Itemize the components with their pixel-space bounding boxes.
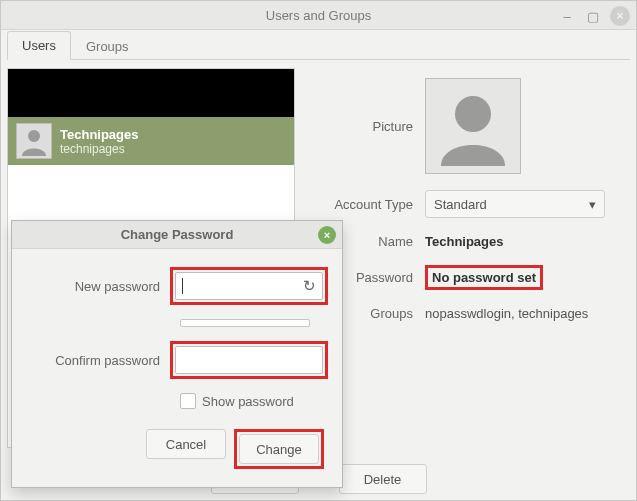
svg-point-1 [455,96,491,132]
maximize-button[interactable]: ▢ [584,7,602,25]
label-confirm-password: Confirm password [26,353,170,368]
list-item-selected[interactable]: Technipages technipages [8,117,294,165]
groups-value[interactable]: nopasswdlogin, technipages [425,306,588,321]
form-row-confirm-password: Confirm password [26,341,328,379]
dialog-close-button[interactable]: × [318,226,336,244]
text-cursor [182,278,183,294]
show-password-row: Show password [180,393,328,409]
form-row-new-password: New password ↻ [26,267,328,305]
cancel-button[interactable]: Cancel [146,429,226,459]
detail-row-groups: Groups nopasswdlogin, technipages [315,306,624,321]
account-type-value: Standard [434,197,487,212]
user-picture[interactable] [425,78,521,174]
dialog-title: Change Password [121,227,234,242]
annotation-highlight: No password set [425,265,543,290]
account-type-select[interactable]: Standard ▾ [425,190,605,218]
titlebar: Users and Groups – ▢ × [1,1,636,30]
label-show-password[interactable]: Show password [202,394,294,409]
detail-row-password: Password No password set [315,265,624,290]
change-button[interactable]: Change [239,434,319,464]
confirm-password-wrap [175,346,323,374]
list-item[interactable] [8,69,294,117]
annotation-highlight: ↻ [170,267,328,305]
label-new-password: New password [26,279,170,294]
new-password-wrap: ↻ [175,272,323,300]
tab-row: Users Groups [7,30,630,60]
new-password-input[interactable]: ↻ [175,272,323,300]
user-display-name: Technipages [60,127,139,142]
dialog-buttons: Cancel Change [26,429,328,469]
user-login-name: technipages [60,142,139,156]
tab-groups[interactable]: Groups [71,32,144,60]
label-picture: Picture [315,119,425,134]
show-password-checkbox[interactable] [180,393,196,409]
chevron-down-icon: ▾ [589,197,596,212]
annotation-highlight: Change [234,429,324,469]
password-strength-meter [180,319,310,327]
detail-panel: Picture Account Type Standard ▾ [309,68,630,448]
delete-button[interactable]: Delete [339,464,427,494]
refresh-icon[interactable]: ↻ [303,277,316,295]
users-and-groups-window: Users and Groups – ▢ × Users Groups [0,0,637,501]
content-area: Users Groups Technipages [1,30,636,500]
avatar-icon [16,123,52,159]
name-value[interactable]: Technipages [425,234,504,249]
dialog-body: New password ↻ Confirm password [12,249,342,487]
avatar-icon [433,86,513,166]
window-controls: – ▢ × [558,1,630,31]
annotation-highlight [170,341,328,379]
detail-row-picture: Picture [315,78,624,174]
svg-point-0 [28,130,40,142]
change-password-dialog: Change Password × New password ↻ [11,220,343,488]
label-account-type: Account Type [315,197,425,212]
confirm-password-input[interactable] [175,346,323,374]
tab-users[interactable]: Users [7,31,71,60]
detail-row-name: Name Technipages [315,234,624,249]
dialog-titlebar: Change Password × [12,221,342,249]
user-labels: Technipages technipages [60,127,139,156]
detail-row-account-type: Account Type Standard ▾ [315,190,624,218]
minimize-button[interactable]: – [558,7,576,25]
close-button[interactable]: × [610,6,630,26]
window-title: Users and Groups [266,8,372,23]
password-value[interactable]: No password set [432,270,536,285]
